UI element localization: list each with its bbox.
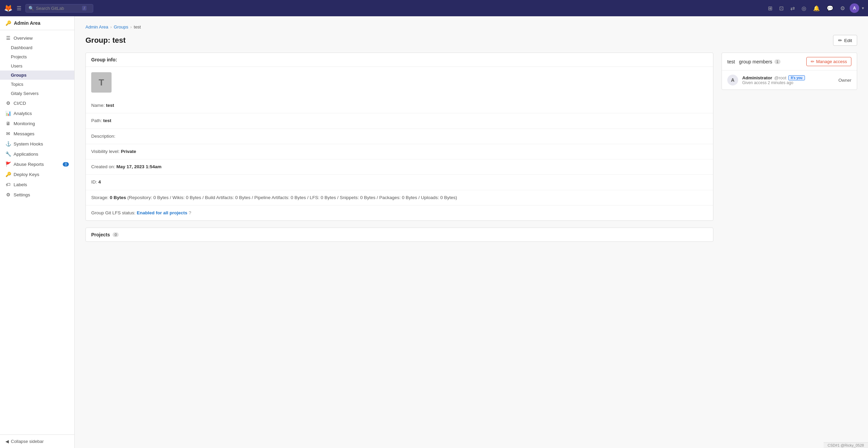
member-role: Owner	[839, 78, 851, 83]
sidebar-item-applications[interactable]: 🔧 Applications	[0, 149, 74, 159]
sidebar-item-dashboard[interactable]: Dashboard	[0, 43, 74, 52]
settings-icon[interactable]: ⚙	[838, 3, 847, 14]
breadcrumb-groups[interactable]: Groups	[114, 24, 129, 30]
members-title-prefix: test	[727, 59, 735, 64]
projects-header: Projects 0	[86, 228, 713, 241]
analytics-icon: 📊	[5, 111, 11, 116]
sidebar-item-labels[interactable]: 🏷 Labels	[0, 179, 74, 190]
created-label: Created on:	[91, 164, 115, 169]
storage-detail: (Repository: 0 Bytes / Wikis: 0 Bytes / …	[127, 195, 457, 200]
member-avatar: A	[727, 75, 738, 85]
issues-icon[interactable]: ◎	[800, 3, 808, 14]
sidebar-item-projects[interactable]: Projects	[0, 52, 74, 61]
storage-value: 0 Bytes	[110, 195, 126, 200]
member-name-row: Administrator @root It's you	[742, 75, 834, 80]
members-title-text: group members	[739, 59, 772, 64]
hamburger-icon[interactable]: ☰	[17, 5, 21, 12]
manage-access-label: Manage access	[816, 59, 847, 64]
sidebar-item-system-hooks[interactable]: ⚓ System Hooks	[0, 139, 74, 149]
bell-icon[interactable]: 🔔	[811, 3, 822, 14]
monitoring-icon: 🖥	[5, 121, 11, 126]
breadcrumb-admin-area[interactable]: Admin Area	[85, 24, 108, 30]
sidebar-item-settings[interactable]: ⚙ Settings	[0, 190, 74, 200]
page-header: Group: test ✏ Edit	[85, 35, 857, 46]
overview-icon: ☰	[5, 35, 11, 41]
edit-label: Edit	[844, 38, 852, 43]
group-info-title: Group info:	[91, 57, 117, 62]
content-grid: Group info: T Name: test Path:	[85, 53, 857, 242]
breadcrumb: Admin Area › Groups › test	[85, 24, 857, 30]
system-hooks-icon: ⚓	[5, 141, 11, 147]
sidebar-item-analytics-label: Analytics	[14, 111, 32, 116]
sidebar-item-gitaly-servers[interactable]: Gitaly Servers	[0, 89, 74, 98]
storage-label: Storage:	[91, 195, 108, 200]
its-you-badge: It's you	[788, 75, 805, 80]
sidebar-item-deploy-keys-label: Deploy Keys	[14, 172, 39, 177]
sidebar-item-users[interactable]: Users	[0, 61, 74, 71]
search-input[interactable]	[36, 6, 80, 11]
grid-icon[interactable]: ⊞	[766, 3, 774, 14]
merge-request-icon[interactable]: ⇄	[788, 3, 797, 14]
sidebar-item-messages[interactable]: ✉ Messages	[0, 129, 74, 139]
sidebar-item-labels-label: Labels	[14, 182, 27, 187]
lfs-help-icon[interactable]: ?	[189, 210, 191, 215]
collapse-sidebar-label: Collapse sidebar	[11, 439, 44, 444]
visibility-row: Visibility level: Private	[86, 144, 713, 159]
group-info-card: Group info: T Name: test Path:	[85, 53, 713, 221]
sidebar-item-monitoring-label: Monitoring	[14, 121, 35, 126]
applications-icon: 🔧	[5, 151, 11, 157]
sidebar-item-abuse-reports[interactable]: 🚩 Abuse Reports 0	[0, 159, 74, 169]
edit-icon: ✏	[838, 38, 842, 43]
avatar-chevron[interactable]: ▾	[862, 6, 864, 11]
sidebar-item-deploy-keys[interactable]: 🔑 Deploy Keys	[0, 169, 74, 179]
sidebar-item-groups[interactable]: Groups	[0, 71, 74, 80]
sidebar-item-overview[interactable]: ☰ Overview	[0, 33, 74, 43]
sidebar-item-topics[interactable]: Topics	[0, 80, 74, 89]
sidebar-item-projects-label: Projects	[11, 54, 27, 59]
sidebar-item-overview-label: Overview	[14, 36, 33, 41]
collapse-sidebar-button[interactable]: ◀ Collapse sidebar	[0, 434, 74, 448]
gitlab-logo[interactable]: 🦊	[4, 4, 13, 12]
path-label: Path:	[91, 118, 102, 123]
sidebar-item-monitoring[interactable]: 🖥 Monitoring	[0, 118, 74, 129]
manage-access-button[interactable]: ✏ Manage access	[806, 57, 851, 66]
sidebar-item-groups-label: Groups	[11, 73, 26, 78]
name-label: Name:	[91, 103, 105, 108]
sidebar-item-analytics[interactable]: 📊 Analytics	[0, 108, 74, 118]
path-row: Path: test	[86, 113, 713, 129]
created-value: May 17, 2023 1:54am	[116, 164, 161, 169]
edit-button[interactable]: ✏ Edit	[833, 35, 857, 46]
id-row: ID: 4	[86, 175, 713, 190]
sidebar-item-cicd[interactable]: ⚙ CI/CD	[0, 98, 74, 108]
user-avatar[interactable]: A	[850, 3, 859, 13]
status-text: CSD#1 @Ricky_0528	[828, 443, 864, 447]
visibility-value: Private	[121, 149, 136, 154]
lfs-value[interactable]: Enabled for all projects	[137, 210, 187, 215]
deploy-keys-icon: 🔑	[5, 172, 11, 177]
breadcrumb-sep-2: ›	[130, 24, 132, 30]
search-box[interactable]: 🔍 /	[25, 4, 93, 13]
group-avatar: T	[91, 72, 112, 93]
sidebar-item-dashboard-label: Dashboard	[11, 45, 33, 50]
description-label: Description:	[91, 134, 115, 139]
sidebar-header-label: Admin Area	[14, 20, 40, 26]
sidebar-item-topics-label: Topics	[11, 82, 23, 87]
activity-icon[interactable]: ⊡	[777, 3, 786, 14]
cicd-icon: ⚙	[5, 100, 11, 106]
messages-icon: ✉	[5, 131, 11, 136]
main-content: Admin Area › Groups › test Group: test ✏…	[75, 16, 868, 448]
search-shortcut: /	[82, 6, 86, 11]
page-layout: 🔑 Admin Area ☰ Overview Dashboard Projec…	[0, 16, 868, 448]
id-label: ID:	[91, 179, 97, 184]
member-row: A Administrator @root It's you Given acc…	[722, 71, 857, 90]
sidebar-item-system-hooks-label: System Hooks	[14, 141, 43, 147]
sidebar-item-gitaly-label: Gitaly Servers	[11, 91, 39, 96]
members-title: test group members 1	[727, 59, 781, 64]
abuse-reports-badge: 0	[63, 162, 69, 167]
chat-icon[interactable]: 💬	[825, 3, 835, 14]
group-info-header: Group info:	[86, 53, 713, 67]
abuse-reports-icon: 🚩	[5, 161, 11, 167]
manage-access-icon: ✏	[811, 59, 814, 64]
group-avatar-row: T	[86, 67, 713, 98]
lfs-row: Group Git LFS status: Enabled for all pr…	[86, 206, 713, 220]
